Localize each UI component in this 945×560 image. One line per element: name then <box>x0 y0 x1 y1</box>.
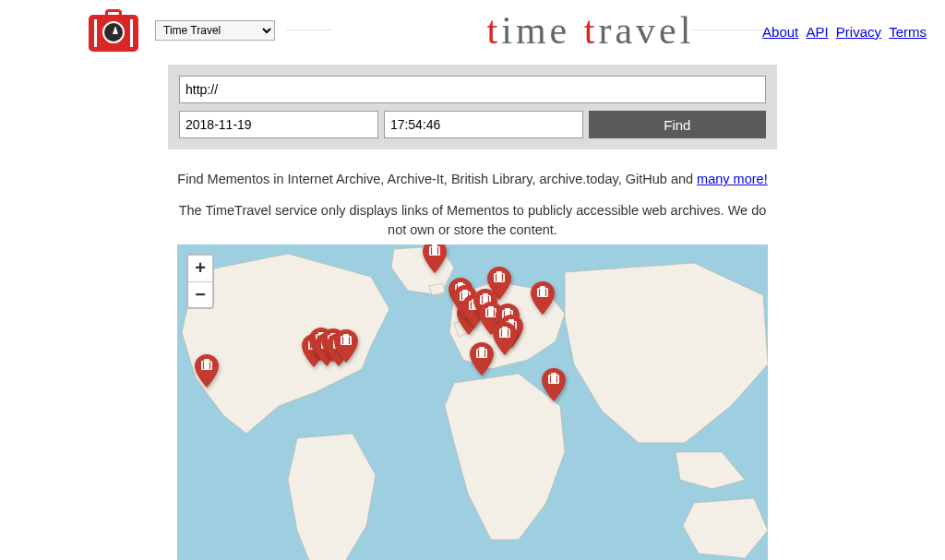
many-more-link[interactable]: many more! <box>697 172 768 186</box>
svg-rect-28 <box>429 246 440 256</box>
time-input[interactable] <box>384 111 583 138</box>
svg-rect-68 <box>499 328 510 338</box>
zoom-out-button[interactable]: − <box>188 281 212 307</box>
svg-rect-25 <box>343 334 349 337</box>
svg-rect-1 <box>204 359 209 362</box>
svg-rect-49 <box>496 271 502 274</box>
map-marker[interactable] <box>334 329 358 363</box>
svg-rect-76 <box>537 288 548 297</box>
nav-link-about[interactable]: About <box>762 24 798 40</box>
map-marker[interactable] <box>531 281 555 315</box>
svg-rect-77 <box>540 286 545 289</box>
zoom-in-button[interactable]: + <box>188 256 212 281</box>
svg-rect-72 <box>476 349 487 358</box>
svg-rect-80 <box>548 375 559 384</box>
date-input[interactable] <box>179 111 378 138</box>
nav-select[interactable]: Time Travel <box>155 20 275 41</box>
blurb-text: Find Mementos in Internet Archive, Archi… <box>175 170 770 188</box>
nav-link-terms[interactable]: Terms <box>889 24 927 40</box>
svg-rect-61 <box>505 308 510 311</box>
map-marker[interactable] <box>470 342 494 375</box>
map-marker[interactable] <box>423 244 447 273</box>
map-marker[interactable] <box>542 368 566 401</box>
svg-rect-73 <box>479 347 484 350</box>
svg-rect-53 <box>483 293 488 296</box>
archive-map[interactable]: + − <box>177 244 768 560</box>
nav-link-privacy[interactable]: Privacy <box>836 24 881 40</box>
map-marker[interactable] <box>195 354 219 387</box>
svg-rect-48 <box>494 273 505 282</box>
svg-rect-81 <box>551 373 556 375</box>
svg-rect-0 <box>201 361 212 370</box>
svg-rect-41 <box>462 290 468 292</box>
disclaimer-text: The TimeTravel service only displays lin… <box>173 201 772 239</box>
nav-link-api[interactable]: API <box>806 24 828 40</box>
svg-rect-24 <box>341 336 352 345</box>
find-button[interactable]: Find <box>589 111 766 138</box>
map-marker[interactable] <box>493 322 517 355</box>
logo-suitcase <box>85 7 142 54</box>
search-panel: Find <box>168 65 777 149</box>
zoom-control: + − <box>186 254 214 309</box>
svg-rect-69 <box>502 327 508 329</box>
divider <box>286 30 332 30</box>
svg-rect-57 <box>488 306 494 309</box>
url-input[interactable] <box>179 76 766 103</box>
svg-rect-29 <box>432 244 437 247</box>
